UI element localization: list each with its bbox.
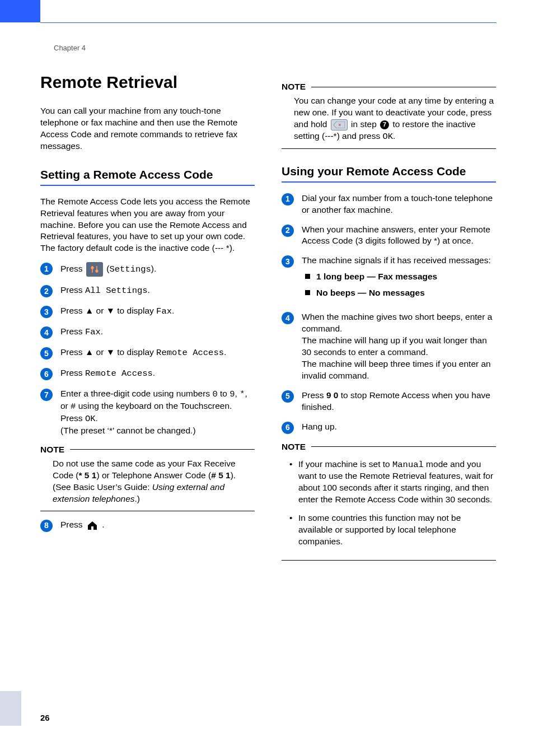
note-list: If your machine is set to Manual mode an…: [289, 459, 496, 548]
step-text: to: [218, 389, 230, 398]
code-text: Settings: [109, 264, 151, 274]
note-text: .): [135, 494, 140, 503]
step-text: The machine will beep three times if you…: [302, 359, 491, 380]
step-4: 4 When the machine gives two short beeps…: [282, 311, 496, 382]
step-text: Press ▲ or ▼ to display: [60, 306, 156, 315]
right-column: NOTE You can change your code at any tim…: [282, 73, 496, 568]
step-3: 3 Press ▲ or ▼ to display Fax.: [40, 305, 255, 318]
left-paragraph: The Remote Access Code lets you access t…: [40, 196, 255, 255]
step-badge: 2: [282, 225, 294, 237]
backspace-icon: ×: [331, 119, 348, 130]
list-item: 1 long beep — Fax messages: [305, 271, 496, 283]
note-rule: [70, 449, 255, 450]
page-title: Remote Retrieval: [40, 73, 255, 92]
step-badge: 6: [40, 368, 53, 380]
svg-point-2: [91, 267, 93, 269]
step-text: (The preset ‘*’ cannot be changed.): [60, 426, 196, 435]
note-body: If your machine is set to Manual mode an…: [282, 452, 496, 561]
step-text: Hang up.: [302, 421, 496, 433]
code-text: OK: [85, 414, 96, 424]
note-label: NOTE: [40, 445, 64, 455]
step-7: 7 Enter a three-digit code using numbers…: [40, 388, 255, 437]
step-bold: 9 0: [326, 390, 339, 400]
note-text: If your machine is set to: [298, 459, 392, 469]
settings-icon: [86, 262, 103, 277]
code-text: Remote Access: [85, 368, 153, 379]
step-text: .: [172, 306, 174, 315]
step-text: using the keyboard on the Touchscreen.: [76, 401, 232, 410]
code-text: Fax: [85, 327, 101, 337]
left-heading: Setting a Remote Access Code: [40, 168, 255, 181]
note-bold: * 5 1: [79, 470, 97, 480]
step-badge: 5: [282, 390, 294, 403]
list-item: In some countries this function may not …: [289, 512, 496, 548]
step-5: 5 Press ▲ or ▼ to display Remote Access.: [40, 347, 255, 360]
step-badge: 6: [282, 422, 294, 434]
step-text: Press: [60, 285, 85, 295]
step-text: Press: [60, 368, 85, 377]
step-1: 1 Dial your fax number from a touch-tone…: [282, 193, 496, 216]
step-text: .: [153, 368, 155, 377]
step-badge: 3: [282, 255, 294, 268]
note-label: NOTE: [282, 82, 306, 92]
note-rule: [311, 446, 496, 447]
step-8: 8 Press .: [40, 519, 255, 532]
code-text: *: [240, 389, 245, 399]
note-text: ) or Telephone Answer Code (: [96, 470, 211, 480]
code-text: Remote Access: [156, 348, 224, 358]
step-text: .: [101, 326, 103, 336]
step-text: Press: [60, 326, 85, 336]
step-text: The machine signals if it has received m…: [302, 255, 491, 265]
step-text: ,: [235, 389, 240, 398]
note-text: .: [393, 131, 395, 141]
note-heading: NOTE: [282, 442, 496, 452]
step-text: When the machine gives two short beeps, …: [302, 312, 492, 333]
step-text: .: [224, 347, 226, 357]
left-steps-continued: 8 Press .: [40, 519, 255, 532]
step-text: .: [96, 413, 98, 423]
step-badge: 4: [282, 312, 294, 324]
note-bold: # 5 1: [211, 470, 230, 480]
step-text: Press: [60, 413, 85, 423]
svg-text:×: ×: [338, 122, 341, 128]
heading-rule: [282, 181, 496, 183]
step-text: Press: [302, 390, 326, 400]
code-text: Fax: [156, 306, 172, 316]
step-badge: 2: [40, 285, 53, 297]
step-text: .: [102, 520, 104, 529]
step-badge: 3: [40, 306, 53, 318]
step-text: The machine will hang up if you wait lon…: [302, 335, 487, 357]
signal-list: 1 long beep — Fax messages No beeps — No…: [305, 271, 496, 299]
chapter-label: Chapter 4: [54, 44, 86, 52]
step-text: When your machine answers, enter your Re…: [302, 224, 496, 248]
note-rule: [311, 87, 496, 87]
note-label: NOTE: [282, 442, 306, 452]
step-5: 5 Press 9 0 to stop Remote Access when y…: [282, 390, 496, 413]
step-badge: 1: [282, 193, 294, 206]
step-text: Press: [60, 264, 85, 273]
step-4: 4 Press Fax.: [40, 326, 255, 339]
left-steps: 1 Press (Settings). 2 Press All Settings…: [40, 262, 255, 437]
page-content: Remote Retrieval You can call your machi…: [40, 73, 496, 568]
step-text: Enter a three-digit code using numbers: [60, 389, 212, 398]
svg-point-3: [96, 270, 98, 272]
home-icon: [86, 520, 99, 531]
heading-rule: [40, 185, 255, 186]
step-2: 2 Press All Settings.: [40, 284, 255, 297]
note-heading: NOTE: [282, 82, 496, 92]
step-badge: 4: [40, 326, 53, 339]
header-rule: [40, 22, 496, 23]
step-1: 1 Press (Settings).: [40, 262, 255, 277]
code-text: OK: [383, 132, 394, 142]
side-tab: [0, 691, 21, 726]
left-column: Remote Retrieval You can call your machi…: [40, 73, 255, 568]
note-heading: NOTE: [40, 445, 255, 455]
step-text: ).: [151, 264, 156, 273]
page-number: 26: [40, 713, 50, 722]
step-badge: 1: [40, 263, 53, 275]
intro-paragraph: You can call your machine from any touch…: [40, 105, 255, 152]
step-text: Dial your fax number from a touch-tone t…: [302, 193, 496, 216]
right-heading: Using your Remote Access Code: [282, 165, 496, 178]
right-steps: 1 Dial your fax number from a touch-tone…: [282, 193, 496, 434]
code-text: Manual: [392, 460, 424, 470]
